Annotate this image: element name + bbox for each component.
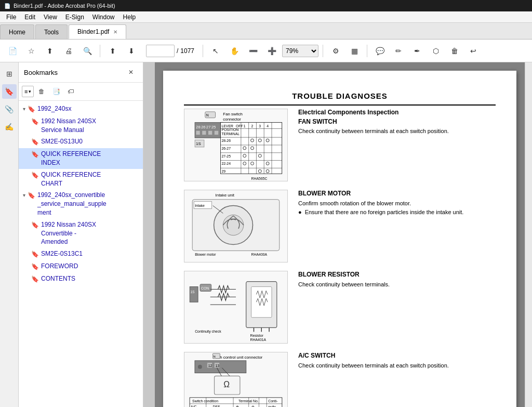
pen-button[interactable]: ✏: [390, 43, 407, 59]
svg-rect-12: [215, 130, 219, 135]
prev-page-button[interactable]: ⬆: [104, 43, 121, 59]
bookmark-contents[interactable]: 🔖 CONTENTS: [19, 273, 143, 285]
bookmarks-header: Bookmarks ✕: [19, 62, 143, 83]
svg-text:Fan switch: Fan switch: [223, 112, 243, 116]
sidebar-signatures-button[interactable]: ✍: [2, 120, 17, 134]
bookmark-label: CONTENTS: [41, 274, 75, 283]
page-number-input[interactable]: 876: [146, 45, 175, 57]
bookmark-convertible[interactable]: ▾ 🔖 1992_240sx_convertible_service_manua…: [19, 189, 143, 218]
svg-text:26-27: 26-27: [221, 147, 231, 150]
menu-window[interactable]: Window: [88, 11, 119, 23]
ac-switch-text: A/C SWITCH Check continuity between term…: [298, 352, 496, 407]
hand-tool-button[interactable]: ✋: [226, 43, 243, 59]
separator4: [367, 45, 367, 57]
page-separator: /: [177, 47, 178, 55]
svg-text:N: N: [206, 113, 209, 117]
tab-home[interactable]: Home: [0, 24, 34, 39]
cursor-tool-button[interactable]: ↖: [207, 43, 224, 59]
svg-text:Resistor: Resistor: [250, 334, 264, 337]
blower-resistor-diagram: 1S CON: [184, 271, 288, 344]
bookmark-icon: 🔖: [31, 138, 39, 147]
bookmark-label: FOREWORD: [41, 262, 78, 271]
marquee-zoom-button[interactable]: ▦: [346, 43, 363, 59]
svg-text:22-24: 22-24: [221, 162, 231, 165]
bookmark-star-button[interactable]: ☆: [23, 43, 39, 59]
svg-text:13: 13: [216, 364, 220, 367]
delete-button[interactable]: 🗑: [446, 43, 463, 59]
bookmarks-options-dropdown[interactable]: ≡ ▾: [22, 86, 34, 97]
blower-motor-section: Intake unit: [184, 190, 496, 262]
bookmark-icon: 🔖: [31, 221, 39, 230]
sidebar-icons: ⊞ 🔖 📎 ✍: [0, 62, 19, 407]
tab-close-button[interactable]: ✕: [113, 29, 117, 35]
panel-resize-handle[interactable]: [143, 62, 155, 407]
pdf-area[interactable]: TROUBLE DIAGNOSES Fan switch connector N…: [155, 62, 525, 407]
bookmark-label: 1992_240sx: [37, 104, 71, 113]
svg-text:OFF: OFF: [236, 124, 243, 128]
bookmark-label: QUICK REFERENCECHART: [41, 170, 101, 188]
page-input-area: 876 / 1077: [146, 45, 194, 57]
undo-button[interactable]: ↩: [465, 43, 482, 59]
properties-bookmark-button[interactable]: 🏷: [64, 85, 77, 98]
sidebar-pages-button[interactable]: ⊞: [2, 67, 17, 81]
search-button[interactable]: 🔍: [79, 43, 96, 59]
svg-text:⊖: ⊖: [251, 405, 255, 407]
bookmark-label: QUICK REFERENCEINDEX: [41, 150, 101, 167]
sidebar-bookmarks-button active[interactable]: 🔖: [2, 84, 17, 99]
bookmark-quick-ref-index[interactable]: 🔖 QUICK REFERENCEINDEX: [19, 148, 143, 169]
separator3: [323, 45, 323, 57]
svg-rect-79: [195, 361, 246, 373]
delete-bookmark-button[interactable]: 🗑: [35, 85, 48, 98]
zoom-in-button[interactable]: ➕: [263, 43, 280, 59]
menu-esign[interactable]: E-Sign: [61, 11, 88, 23]
bookmark-sm2e-c1[interactable]: 🔖 SM2E-0S13C1: [19, 248, 143, 260]
zoom-out-button[interactable]: ➖: [245, 43, 261, 59]
bookmark-convertible-amended[interactable]: 🔖 1992 Nissan 240SXConvertible -Amended: [19, 219, 143, 248]
section-header-blower-resistor: BLOWER RESISTOR: [298, 271, 496, 278]
vertical-scrollbar[interactable]: [525, 62, 532, 407]
svg-point-56: [223, 215, 243, 235]
blower-motor-bullet: ● Ensure that there are no foreign parti…: [298, 208, 496, 217]
menu-edit[interactable]: Edit: [20, 11, 39, 23]
bookmark-icon: 🔖: [31, 171, 39, 180]
edit-button[interactable]: ✒: [409, 43, 425, 59]
bookmark-service-manual[interactable]: 🔖 1992 Nissan 240SXService Manual: [19, 115, 143, 136]
svg-text:connector: connector: [223, 117, 241, 122]
print-button[interactable]: 🖨: [60, 43, 77, 59]
svg-text:Intake: Intake: [195, 204, 205, 207]
tools-button[interactable]: ⚙: [327, 43, 344, 59]
menu-help[interactable]: Help: [119, 11, 140, 23]
ac-switch-description: Check continuity between terminals at ea…: [298, 361, 496, 370]
fan-switch-diagram: Fan switch connector N 28 26 27 25: [184, 109, 288, 181]
svg-text:POSITION: POSITION: [221, 128, 238, 132]
bookmark-icon: 🔖: [28, 105, 35, 114]
upload-button[interactable]: ⬆: [42, 43, 58, 59]
sidebar-attachments-button[interactable]: 📎: [2, 102, 17, 116]
main-area: ⊞ 🔖 📎 ✍ Bookmarks ✕ ≡ ▾ 🗑 📑 🏷 ▾ 🔖 1992_2…: [0, 62, 532, 407]
svg-text:1S: 1S: [190, 290, 195, 294]
comment-button[interactable]: 💬: [371, 43, 388, 59]
tab-binder[interactable]: Binder1.pdf ✕: [69, 24, 126, 39]
section-header-electrical: Electrical Components Inspection: [298, 109, 496, 116]
svg-text:28-26: 28-26: [221, 139, 231, 142]
next-page-button[interactable]: ⬇: [123, 43, 140, 59]
svg-text:TERMINAL: TERMINAL: [221, 132, 240, 136]
bookmarks-panel: Bookmarks ✕ ≡ ▾ 🗑 📑 🏷 ▾ 🔖 1992_240sx 🔖 1…: [19, 62, 143, 407]
bookmark-1992-240sx[interactable]: ▾ 🔖 1992_240sx: [19, 103, 143, 115]
bookmark-quick-ref-chart[interactable]: 🔖 QUICK REFERENCECHART: [19, 169, 143, 190]
bookmark-sm2e[interactable]: 🔖 SM2E-0S13U0: [19, 136, 143, 148]
close-bookmarks-button[interactable]: ✕: [124, 65, 138, 79]
menu-view[interactable]: View: [39, 11, 61, 23]
bookmark-icon: 🔖: [28, 191, 35, 200]
zoom-select[interactable]: 79% 100% 125% 150%: [282, 45, 318, 57]
blower-motor-text: BLOWER MOTOR Confirm smooth rotation of …: [298, 190, 496, 262]
stamp-button[interactable]: ⬡: [428, 43, 444, 59]
tab-tools[interactable]: Tools: [35, 24, 68, 39]
menu-file[interactable]: File: [2, 11, 20, 23]
bookmark-foreword[interactable]: 🔖 FOREWORD: [19, 260, 143, 273]
bookmarks-toolbar: ≡ ▾ 🗑 📑 🏷: [19, 83, 143, 101]
new-file-button[interactable]: 📄: [4, 43, 21, 59]
new-bookmark-button[interactable]: 📑: [49, 85, 63, 98]
blower-motor-description: Confirm smooth rotation of the blower mo…: [298, 199, 496, 208]
svg-text:28: 28: [196, 125, 201, 129]
